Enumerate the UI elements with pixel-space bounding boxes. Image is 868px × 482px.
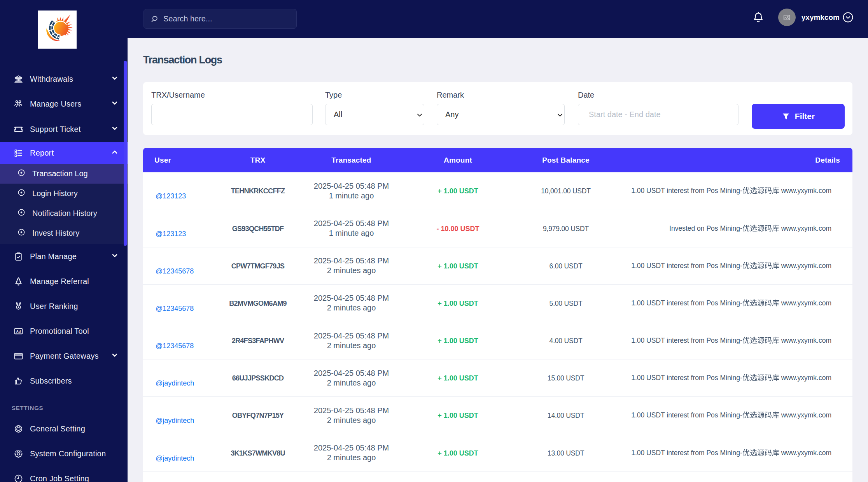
svg-text:Ad: Ad: [16, 330, 21, 333]
